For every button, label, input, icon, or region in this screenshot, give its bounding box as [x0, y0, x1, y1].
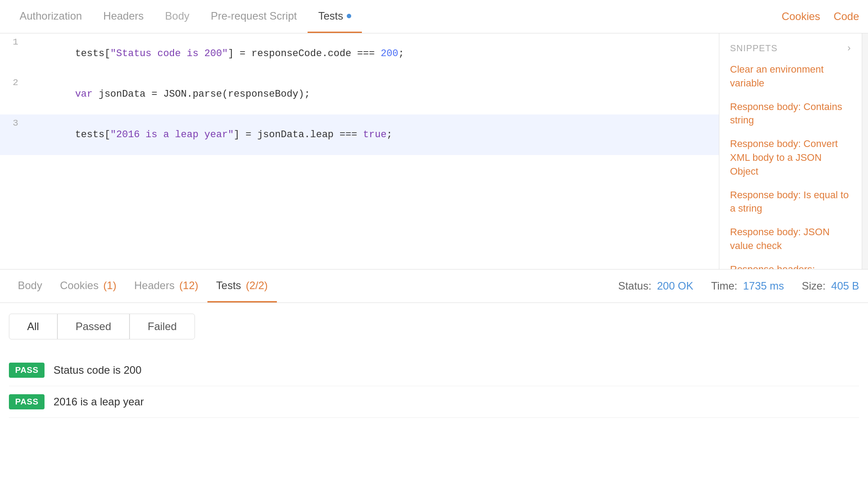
resp-tab-headers-label: Headers	[134, 279, 174, 292]
code-bool: true	[363, 129, 387, 140]
test-result-text-1: Status code is 200	[53, 364, 141, 376]
code-string: "Status code is 200"	[110, 48, 228, 59]
cookies-link[interactable]: Cookies	[782, 10, 820, 23]
tab-body[interactable]: Body	[154, 0, 200, 33]
snippets-scrollbar[interactable]	[862, 33, 868, 269]
tab-tests[interactable]: Tests	[308, 0, 362, 33]
filter-failed-button[interactable]: Failed	[130, 314, 195, 339]
resp-tab-cookies[interactable]: Cookies (1)	[51, 270, 126, 302]
resp-tab-tests[interactable]: Tests (2/2)	[207, 270, 277, 302]
editor-area: 1 tests["Status code is 200"] = response…	[0, 33, 868, 270]
resp-tab-body[interactable]: Body	[9, 270, 51, 302]
resp-cookies-count: (1)	[100, 279, 116, 292]
tests-dot-indicator	[347, 14, 351, 18]
resp-tab-headers[interactable]: Headers (12)	[125, 270, 207, 302]
tab-tests-label: Tests	[318, 10, 343, 22]
filter-all-button[interactable]: All	[9, 314, 57, 339]
pass-badge-2: PASS	[9, 394, 45, 409]
test-results-list: PASS Status code is 200 PASS 2016 is a l…	[0, 350, 868, 422]
code-line-2: 2 var jsonData = JSON.parse(responseBody…	[0, 74, 719, 114]
resp-tab-tests-label: Tests	[216, 279, 241, 292]
resp-tab-cookies-label: Cookies	[60, 279, 99, 292]
tab-body-label: Body	[165, 10, 190, 22]
code-link[interactable]: Code	[834, 10, 859, 23]
line-content-3: tests["2016 is a leap year"] = jsonData.…	[24, 114, 719, 155]
snippets-panel: SNIPPETS › Clear an environment variable…	[719, 33, 862, 269]
snippets-title: SNIPPETS ›	[730, 42, 851, 54]
code-text: tests[	[75, 129, 110, 140]
code-text: ;	[398, 48, 404, 59]
snippet-item-4[interactable]: Response body: Is equal to a string	[730, 188, 851, 216]
top-tab-bar: Authorization Headers Body Pre-request S…	[0, 0, 868, 33]
pass-badge-1: PASS	[9, 363, 45, 378]
resp-tests-count: (2/2)	[243, 279, 268, 292]
chevron-right-icon[interactable]: ›	[848, 42, 851, 54]
resp-tab-body-label: Body	[18, 279, 42, 292]
line-content-1: tests["Status code is 200"] = responseCo…	[24, 33, 719, 74]
code-line-3: 3 tests["2016 is a leap year"] = jsonDat…	[0, 114, 719, 155]
tab-authorization[interactable]: Authorization	[9, 0, 93, 33]
code-editor[interactable]: 1 tests["Status code is 200"] = response…	[0, 33, 719, 269]
line-content-2: var jsonData = JSON.parse(responseBody);	[24, 74, 719, 114]
code-text: ] = jsonData.leap ===	[234, 129, 363, 140]
line-number-2: 2	[0, 74, 24, 91]
tab-headers[interactable]: Headers	[93, 0, 154, 33]
size-label: Size: 405 B	[802, 280, 859, 292]
code-number: 200	[381, 48, 398, 59]
test-result-row-2: PASS 2016 is a leap year	[9, 386, 859, 418]
snippet-item-5[interactable]: Response body: JSON value check	[730, 225, 851, 253]
tab-prerequest-label: Pre-request Script	[211, 10, 297, 22]
code-keyword: var	[75, 89, 93, 100]
test-filter-bar: All Passed Failed	[0, 303, 868, 350]
filter-passed-button[interactable]: Passed	[57, 314, 130, 339]
code-line-1: 1 tests["Status code is 200"] = response…	[0, 33, 719, 74]
snippet-item-3[interactable]: Response body: Convert XML body to a JSO…	[730, 137, 851, 178]
resp-headers-count: (12)	[176, 279, 198, 292]
status-label: Status: 200 OK	[618, 280, 694, 292]
line-number-1: 1	[0, 33, 24, 51]
code-text: tests[	[75, 48, 110, 59]
tab-prerequest[interactable]: Pre-request Script	[200, 0, 308, 33]
snippets-title-text: SNIPPETS	[730, 43, 778, 53]
response-section: Body Cookies (1) Headers (12) Tests (2/2…	[0, 270, 868, 422]
code-text: ] = responseCode.code ===	[228, 48, 381, 59]
test-result-text-2: 2016 is a leap year	[53, 396, 144, 408]
line-number-3: 3	[0, 114, 24, 132]
top-right-links: Cookies Code	[782, 10, 859, 23]
time-label: Time: 1735 ms	[711, 280, 784, 292]
code-text: ;	[386, 129, 392, 140]
code-text: jsonData = JSON.parse(responseBody);	[93, 89, 310, 100]
tab-headers-label: Headers	[103, 10, 144, 22]
snippet-item-1[interactable]: Clear an environment variable	[730, 63, 851, 90]
test-result-row-1: PASS Status code is 200	[9, 355, 859, 386]
code-string: "2016 is a leap year"	[110, 129, 234, 140]
response-tab-bar: Body Cookies (1) Headers (12) Tests (2/2…	[0, 270, 868, 303]
response-meta: Status: 200 OK Time: 1735 ms Size: 405 B	[618, 280, 859, 292]
snippet-item-2[interactable]: Response body: Contains string	[730, 100, 851, 128]
tab-authorization-label: Authorization	[20, 10, 82, 22]
snippet-item-6[interactable]: Response headers: Content-Type header ch…	[730, 263, 851, 269]
